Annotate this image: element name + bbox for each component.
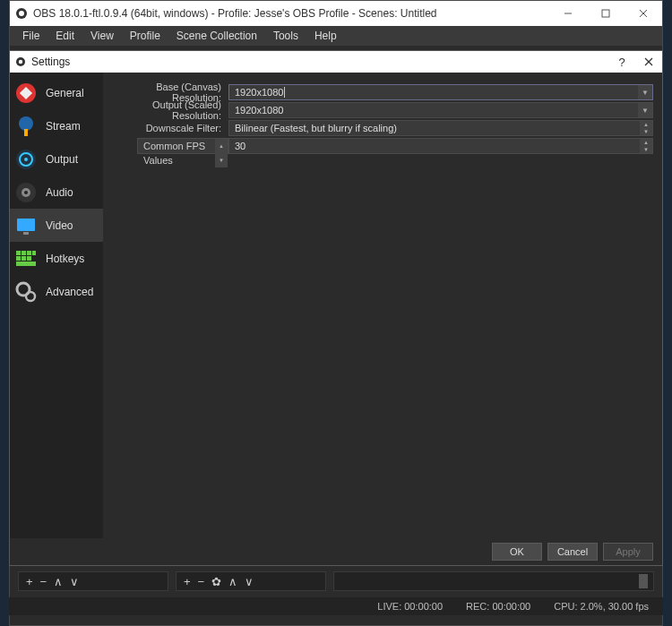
fps-type-combo[interactable]: Common FPS Values ▲▼ <box>137 138 228 154</box>
sidebar-label: Output <box>46 153 78 166</box>
close-button[interactable] <box>625 1 662 26</box>
sidebar-item-hotkeys[interactable]: Hotkeys <box>10 242 103 275</box>
downscale-filter-value: Bilinear (Fastest, but blurry if scaling… <box>235 123 397 133</box>
svg-rect-22 <box>16 251 21 255</box>
main-title: OBS 18.0.1-ftl.0.9.4 (64bit, windows) - … <box>33 7 436 20</box>
sidebar-label: Hotkeys <box>46 253 84 265</box>
sidebar-label: General <box>46 87 84 99</box>
base-resolution-combo[interactable]: 1920x1080 ▼ <box>228 84 653 100</box>
output-resolution-combo[interactable]: 1920x1080 ▼ <box>228 102 653 118</box>
svg-rect-26 <box>16 256 21 261</box>
gear-icon[interactable]: ✿ <box>211 576 221 587</box>
svg-point-31 <box>26 292 35 301</box>
add-icon[interactable]: + <box>26 576 33 587</box>
spinner-buttons[interactable]: ▲▼ <box>215 139 228 153</box>
sidebar-item-stream[interactable]: Stream <box>10 109 103 142</box>
sidebar-label: Video <box>46 219 73 232</box>
move-down-icon[interactable]: ∨ <box>70 576 79 587</box>
speaker-icon <box>13 180 39 205</box>
remove-icon[interactable]: − <box>198 576 205 587</box>
minimize-button[interactable] <box>549 1 587 26</box>
status-cpu: CPU: 2.0%, 30.00 fps <box>554 601 649 612</box>
menu-scene-collection[interactable]: Scene Collection <box>169 27 264 45</box>
menu-file[interactable]: File <box>15 27 47 45</box>
menu-edit[interactable]: Edit <box>48 27 82 45</box>
chevron-down-icon[interactable]: ▼ <box>638 103 652 117</box>
svg-rect-21 <box>23 232 29 235</box>
add-icon[interactable]: + <box>184 576 191 587</box>
cancel-button[interactable]: Cancel <box>547 543 598 561</box>
scrollbar[interactable] <box>639 574 648 588</box>
menu-tools[interactable]: Tools <box>266 27 306 45</box>
output-icon <box>13 147 39 172</box>
fps-value: 30 <box>235 141 246 151</box>
sidebar-item-general[interactable]: General <box>10 76 103 109</box>
move-down-icon[interactable]: ∨ <box>245 576 254 587</box>
menubar: File Edit View Profile Scene Collection … <box>10 26 662 46</box>
svg-point-16 <box>24 158 28 161</box>
svg-point-1 <box>19 11 24 16</box>
remove-icon[interactable]: − <box>40 576 47 587</box>
stream-icon <box>13 114 39 139</box>
move-up-icon[interactable]: ∧ <box>228 576 237 587</box>
mixer-panel <box>333 571 654 591</box>
base-resolution-value: 1920x1080 <box>235 87 283 98</box>
settings-dialog: Settings ? General Stream <box>9 50 663 566</box>
sidebar-item-advanced[interactable]: Advanced <box>10 275 103 308</box>
output-resolution-label: Output (Scaled) Resolution: <box>112 99 228 121</box>
svg-rect-24 <box>27 251 31 255</box>
svg-rect-3 <box>602 10 609 17</box>
video-settings-form: Base (Canvas) Resolution: 1920x1080 ▼ Ou… <box>103 73 662 538</box>
main-titlebar: OBS 18.0.1-ftl.0.9.4 (64bit, windows) - … <box>10 1 662 26</box>
svg-rect-13 <box>24 129 28 136</box>
gears-icon <box>13 279 39 304</box>
settings-titlebar: Settings ? <box>10 51 662 73</box>
keyboard-icon <box>13 246 39 271</box>
settings-body: General Stream Output Audio <box>10 73 662 538</box>
status-live: LIVE: 00:00:00 <box>377 601 443 612</box>
obs-logo-icon <box>15 7 28 20</box>
text-cursor <box>284 87 285 98</box>
downscale-filter-combo[interactable]: Bilinear (Fastest, but blurry if scaling… <box>228 120 653 136</box>
svg-point-7 <box>19 60 22 64</box>
svg-rect-27 <box>22 256 26 261</box>
scene-source-toolbars: + − ∧ ∨ + − ✿ ∧ ∨ <box>9 569 663 594</box>
fps-value-combo[interactable]: 30 ▲▼ <box>228 138 653 154</box>
svg-point-19 <box>24 191 28 194</box>
svg-rect-29 <box>16 262 36 266</box>
svg-point-12 <box>19 116 33 131</box>
chevron-down-icon[interactable]: ▼ <box>638 85 652 99</box>
sidebar-item-audio[interactable]: Audio <box>10 176 103 209</box>
sources-toolbar: + − ✿ ∧ ∨ <box>176 571 326 591</box>
menu-help[interactable]: Help <box>307 27 344 45</box>
ok-button[interactable]: OK <box>492 543 542 561</box>
sidebar-label: Stream <box>46 120 81 133</box>
fps-type-value: Common FPS Values <box>143 141 205 166</box>
downscale-filter-label: Downscale Filter: <box>112 123 228 133</box>
sidebar-item-output[interactable]: Output <box>10 142 103 176</box>
maximize-button[interactable] <box>587 1 625 26</box>
settings-footer: OK Cancel Apply <box>10 538 662 565</box>
svg-rect-28 <box>27 256 31 261</box>
sidebar-label: Audio <box>46 186 73 199</box>
svg-rect-23 <box>22 251 26 255</box>
menu-view[interactable]: View <box>83 27 121 45</box>
status-rec: REC: 00:00:00 <box>466 601 530 612</box>
help-button[interactable]: ? <box>608 51 635 73</box>
scenes-toolbar: + − ∧ ∨ <box>18 571 168 591</box>
sidebar-item-video[interactable]: Video <box>10 209 103 242</box>
output-resolution-value: 1920x1080 <box>235 105 283 116</box>
statusbar: LIVE: 00:00:00 REC: 00:00:00 CPU: 2.0%, … <box>9 597 663 615</box>
wrench-icon <box>13 81 39 106</box>
settings-title: Settings <box>31 56 70 68</box>
move-up-icon[interactable]: ∧ <box>54 576 63 587</box>
apply-button[interactable]: Apply <box>603 543 653 561</box>
sidebar-label: Advanced <box>46 286 93 298</box>
monitor-icon <box>13 213 39 238</box>
menu-profile[interactable]: Profile <box>123 27 168 45</box>
spinner-buttons[interactable]: ▲▼ <box>640 121 652 135</box>
svg-rect-20 <box>17 219 35 231</box>
close-button[interactable] <box>635 51 662 73</box>
spinner-buttons[interactable]: ▲▼ <box>640 139 652 153</box>
obs-logo-icon <box>15 56 26 67</box>
